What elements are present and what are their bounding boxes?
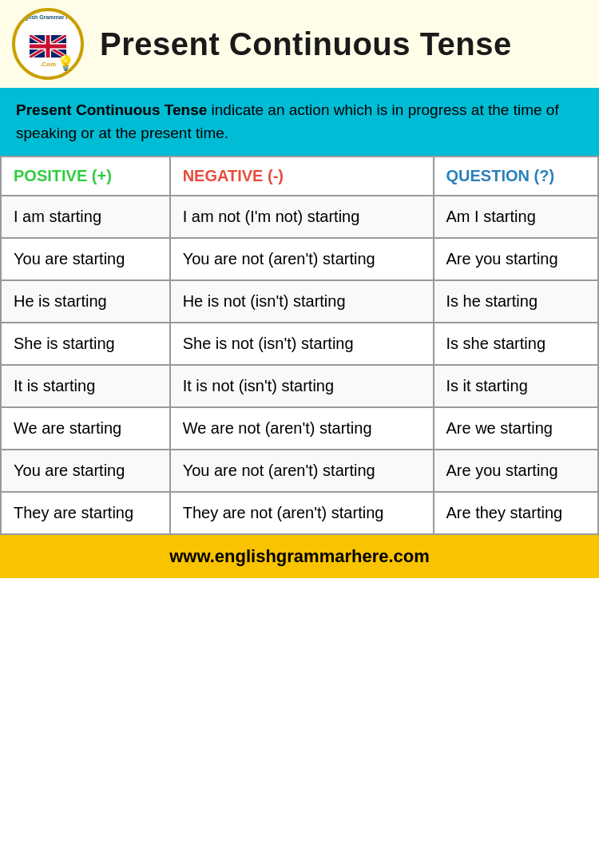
cell-positive: She is starting — [1, 323, 170, 365]
page-title: Present Continuous Tense — [100, 26, 512, 62]
cell-positive: We are starting — [1, 407, 170, 450]
footer-url: www.englishgrammarhere.com — [169, 546, 430, 566]
table-row: You are startingYou are not (aren't) sta… — [1, 238, 598, 280]
footer: www.englishgrammarhere.com — [0, 535, 599, 578]
table-row: We are startingWe are not (aren't) start… — [1, 407, 598, 450]
lightbulb-icon: 💡 — [57, 54, 74, 72]
cell-question: Is it starting — [434, 365, 599, 407]
description-box: Present Continuous Tense indicate an act… — [0, 88, 599, 156]
table-row: They are startingThey are not (aren't) s… — [1, 492, 598, 534]
cell-negative: I am not (I'm not) starting — [170, 196, 434, 238]
cell-positive: It is starting — [1, 365, 170, 407]
cell-question: Are they starting — [434, 492, 599, 534]
cell-positive: They are starting — [1, 492, 170, 534]
cell-positive: You are starting — [1, 450, 170, 492]
table-header-row: POSITIVE (+) NEGATIVE (-) QUESTION (?) — [1, 157, 598, 196]
page-header: English Grammar Here .Com 💡 P — [0, 0, 599, 88]
cell-question: Are you starting — [434, 238, 599, 280]
cell-positive: You are starting — [1, 238, 170, 280]
cell-negative: You are not (aren't) starting — [170, 450, 434, 492]
cell-negative: He is not (isn't) starting — [170, 280, 434, 323]
cell-question: Are you starting — [434, 450, 599, 492]
table-row: He is startingHe is not (isn't) starting… — [1, 280, 598, 323]
header-negative: NEGATIVE (-) — [170, 157, 434, 196]
header-question: QUESTION (?) — [434, 157, 599, 196]
cell-negative: We are not (aren't) starting — [170, 407, 434, 450]
cell-question: Is she starting — [434, 323, 599, 365]
cell-negative: You are not (aren't) starting — [170, 238, 434, 280]
logo-text-top: English Grammar Here — [15, 14, 81, 21]
cell-negative: She is not (isn't) starting — [170, 323, 434, 365]
table-row: She is startingShe is not (isn't) starti… — [1, 323, 598, 365]
cell-question: Am I starting — [434, 196, 599, 238]
cell-negative: They are not (aren't) starting — [170, 492, 434, 534]
table-row: You are startingYou are not (aren't) sta… — [1, 450, 598, 492]
description-bold: Present Continuous Tense — [16, 101, 207, 118]
header-positive: POSITIVE (+) — [1, 157, 170, 196]
table-row: I am startingI am not (I'm not) starting… — [1, 196, 598, 238]
cell-negative: It is not (isn't) starting — [170, 365, 434, 407]
table-row: It is startingIt is not (isn't) starting… — [1, 365, 598, 407]
logo-text-bottom: .Com — [40, 61, 56, 68]
cell-question: Is he starting — [434, 280, 599, 323]
cell-positive: He is starting — [1, 280, 170, 323]
cell-question: Are we starting — [434, 407, 599, 450]
logo: English Grammar Here .Com 💡 — [12, 8, 84, 80]
grammar-table: POSITIVE (+) NEGATIVE (-) QUESTION (?) I… — [0, 156, 599, 535]
cell-positive: I am starting — [1, 196, 170, 238]
